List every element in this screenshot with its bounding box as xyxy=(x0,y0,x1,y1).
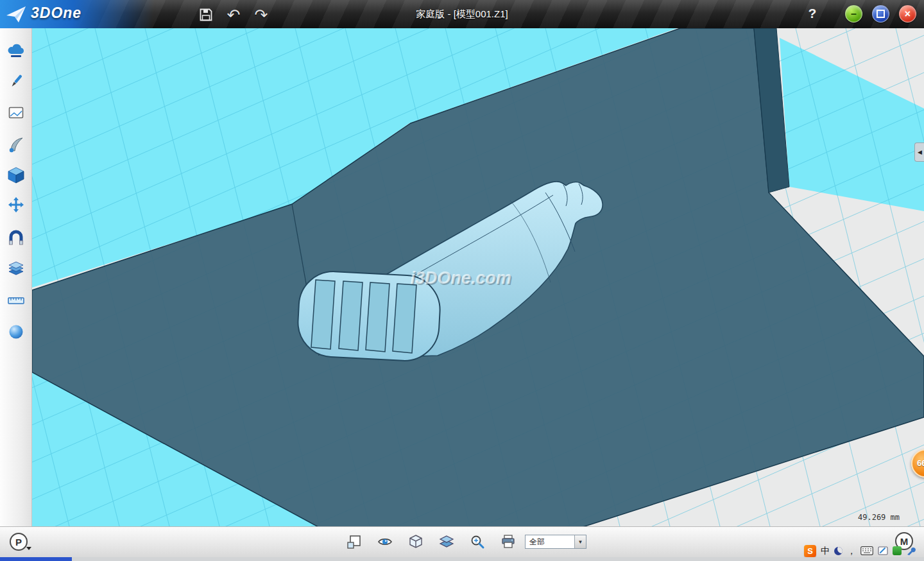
bottle-slot-1 xyxy=(311,280,335,349)
ime-green-icon[interactable] xyxy=(893,546,902,555)
magnet-button[interactable] xyxy=(5,227,27,248)
app-name: 3DOne xyxy=(31,4,81,22)
viewport-3d[interactable]: i3DOne.com i3DOne.com 49.269 mm ◀ 66 xyxy=(32,28,924,526)
watermark: i3DOne.com xyxy=(410,268,511,288)
visibility-button[interactable] xyxy=(377,533,393,550)
move-icon xyxy=(6,196,26,216)
primitive-cube-button[interactable] xyxy=(5,164,27,186)
plane-p-label: P xyxy=(15,537,22,548)
ime-wrench-icon[interactable] xyxy=(906,546,916,556)
material-cloud-icon xyxy=(6,40,26,60)
assembly-stack-icon xyxy=(6,259,26,279)
visibility-eye-icon xyxy=(377,533,393,550)
view-filter-dropdown-arrow[interactable]: ▼ xyxy=(574,535,586,548)
view-filter-select[interactable]: 全部 ▼ xyxy=(525,535,586,549)
redo-button[interactable]: ↷ xyxy=(252,5,271,24)
plane-p-dropdown-caret[interactable] xyxy=(26,547,31,550)
view-filter-value: 全部 xyxy=(526,537,574,548)
zoom-icon xyxy=(469,533,486,550)
display-mode-button[interactable] xyxy=(407,533,424,550)
ime-moon-icon[interactable] xyxy=(834,547,843,555)
save-button[interactable] xyxy=(196,5,216,24)
measure-ruler-icon xyxy=(6,291,26,310)
help-button[interactable]: ? xyxy=(803,4,821,23)
bottle-slot-4 xyxy=(393,284,416,353)
dimension-label: 49.269 mm xyxy=(858,513,900,522)
ime-chinese-mode-icon[interactable]: 中 xyxy=(821,546,830,555)
magnet-icon xyxy=(6,228,26,247)
brush-icon xyxy=(6,72,26,91)
scene-3d: i3DOne.com i3DOne.com 49.269 mm xyxy=(32,28,924,526)
panel-collapse-arrow[interactable]: ◀ xyxy=(914,142,924,162)
redo-icon: ↷ xyxy=(255,7,268,23)
restore-button[interactable] xyxy=(872,5,889,22)
trim-blade-icon xyxy=(6,135,26,154)
sphere-button[interactable] xyxy=(5,321,27,343)
sphere-icon xyxy=(6,322,26,341)
primitive-cube-icon xyxy=(6,166,26,185)
taskbar-fragment xyxy=(0,557,72,561)
material-cloud-button[interactable] xyxy=(5,39,27,61)
bottom-strip xyxy=(0,557,924,561)
system-tray: S 中 ， xyxy=(804,544,916,557)
restore-icon xyxy=(877,10,885,18)
ime-keyboard-icon[interactable] xyxy=(860,546,873,555)
bottle-slot-2 xyxy=(339,281,363,350)
titlebar: 3DOne ↶ ↷ 家庭版 - [模型001.Z1] ? – × xyxy=(0,0,924,28)
trim-blade-button[interactable] xyxy=(5,134,27,155)
print-icon xyxy=(500,533,517,550)
plane-p-button[interactable]: P xyxy=(10,533,28,551)
move-button[interactable] xyxy=(5,195,27,217)
plane-view-button[interactable] xyxy=(346,533,363,550)
brush-button[interactable] xyxy=(5,71,27,92)
measure-ruler-button[interactable] xyxy=(5,289,27,311)
sogou-icon[interactable]: S xyxy=(804,545,816,557)
close-icon: × xyxy=(905,8,911,20)
app-logo-icon xyxy=(5,4,27,24)
left-toolbar xyxy=(0,28,32,526)
undo-button[interactable]: ↶ xyxy=(224,5,243,24)
notification-badge-count: 66 xyxy=(917,458,924,468)
undo-icon: ↶ xyxy=(227,7,241,23)
sketch-icon xyxy=(6,103,26,123)
save-icon xyxy=(198,7,214,22)
minimize-icon: – xyxy=(851,8,857,20)
minimize-button[interactable]: – xyxy=(845,5,862,22)
ime-punctuation-icon[interactable]: ， xyxy=(847,546,856,555)
sketch-button[interactable] xyxy=(5,102,27,124)
logo-area: 3DOne xyxy=(0,0,173,28)
bottle-slot-3 xyxy=(366,282,389,352)
close-button[interactable]: × xyxy=(899,5,916,22)
layers-icon xyxy=(438,533,455,550)
zoom-button[interactable] xyxy=(469,533,486,550)
bottom-bar: P xyxy=(0,526,924,557)
layers-button[interactable] xyxy=(438,533,455,550)
ime-board-icon[interactable] xyxy=(878,546,888,556)
wireframe-cube-icon xyxy=(407,533,424,550)
plane-view-icon xyxy=(346,533,363,550)
print-button[interactable] xyxy=(500,533,517,550)
assembly-stack-button[interactable] xyxy=(5,258,27,280)
